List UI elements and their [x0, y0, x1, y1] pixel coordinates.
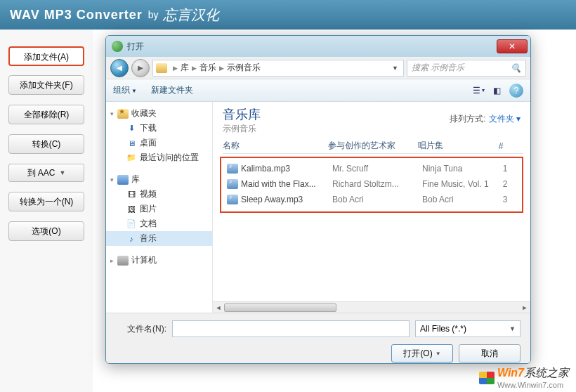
sort-dropdown[interactable]: 文件夹 ▾: [489, 113, 521, 125]
app-title: WAV MP3 Converter: [10, 8, 143, 22]
download-icon: ⬇: [126, 124, 137, 133]
tree-computer[interactable]: ▸ 计算机: [106, 253, 212, 268]
new-folder-button[interactable]: 新建文件夹: [151, 84, 193, 96]
expand-icon: ▸: [110, 257, 117, 264]
scroll-thumb[interactable]: [224, 303, 336, 312]
search-icon: 🔍: [511, 63, 521, 73]
format-value: 到 AAC: [27, 167, 55, 179]
library-icon: [117, 175, 129, 185]
dialog-navbar: ◄ ► ▶ 库 ▶ 音乐 ▶ 示例音乐 ▼ 搜索 示例音乐 🔍: [106, 57, 530, 79]
file-row[interactable]: Maid with the Flax... Richard Stoltzm...…: [224, 176, 519, 192]
format-dropdown[interactable]: 到 AAC ▼: [8, 164, 84, 182]
audio-file-icon: [227, 195, 238, 204]
options-button[interactable]: 选项(O): [8, 221, 84, 241]
view-mode-button[interactable]: ☰▾: [470, 83, 487, 98]
sidebar: 添加文件(A) 添加文件夹(F) 全部移除(R) 转换(C) 到 AAC ▼ 转…: [0, 30, 93, 392]
tree-favorites[interactable]: ▾ 收藏夹: [106, 106, 212, 121]
file-row[interactable]: Kalimba.mp3 Mr. Scruff Ninja Tuna 1: [224, 161, 519, 176]
tree-item-pictures[interactable]: 🖼图片: [106, 202, 212, 216]
tree-item-recent[interactable]: 📁最近访问的位置: [106, 150, 212, 165]
picture-icon: 🖼: [126, 204, 137, 214]
convert-one-button[interactable]: 转换为一个(N): [8, 192, 84, 211]
breadcrumb[interactable]: ▶ 库 ▶ 音乐 ▶ 示例音乐 ▼: [152, 60, 404, 77]
convert-button[interactable]: 转换(C): [8, 134, 84, 154]
collapse-icon: ▾: [110, 176, 117, 183]
tree-item-documents[interactable]: 📄文档: [106, 216, 212, 231]
dialog-footer: 文件名(N): All Files (*.*) ▼ 打开(O)▼ 取消: [106, 313, 530, 363]
tree-libraries[interactable]: ▾ 库: [106, 172, 212, 187]
folder-tree: ▾ 收藏夹 ⬇下载 🖥桌面 📁最近访问的位置 ▾ 库 🎞视频 🖼图片 📄文档 ♪…: [106, 102, 213, 313]
library-title: 音乐库: [223, 106, 261, 123]
desktop-icon: 🖥: [126, 138, 137, 148]
app-header: WAV MP3 Converter by 忘言汉化: [0, 0, 576, 30]
watermark: Win7系统之家 Www.Winwin7.com: [479, 366, 569, 389]
by-text: by: [148, 9, 159, 20]
breadcrumb-item[interactable]: 示例音乐: [227, 62, 261, 74]
tree-item-music[interactable]: ♪音乐: [106, 231, 212, 246]
filename-input[interactable]: [172, 320, 410, 337]
search-placeholder: 搜索 示例音乐: [412, 62, 464, 74]
music-icon: ♪: [126, 234, 137, 244]
filename-label: 文件名(N):: [116, 323, 166, 335]
video-icon: 🎞: [126, 190, 137, 200]
file-row[interactable]: Sleep Away.mp3 Bob Acri Bob Acri 3: [224, 192, 519, 207]
scroll-right-icon[interactable]: ►: [519, 302, 530, 313]
back-button[interactable]: ◄: [110, 59, 129, 77]
breadcrumb-item[interactable]: 库: [181, 62, 189, 74]
dialog-title: 打开: [127, 41, 497, 53]
tree-item-desktop[interactable]: 🖥桌面: [106, 136, 212, 150]
collapse-icon: ▾: [110, 110, 117, 117]
add-folder-button[interactable]: 添加文件夹(F): [8, 75, 84, 95]
star-icon: [117, 109, 129, 119]
recent-icon: 📁: [126, 153, 137, 163]
document-icon: 📄: [126, 219, 137, 229]
col-name[interactable]: 名称: [223, 140, 328, 152]
col-artist[interactable]: 参与创作的艺术家: [328, 140, 418, 152]
chevron-right-icon: ▶: [173, 65, 178, 72]
dialog-icon: [112, 41, 123, 52]
remove-all-button[interactable]: 全部移除(R): [8, 105, 84, 124]
chevron-down-icon: ▾: [482, 87, 485, 93]
column-headers[interactable]: 名称 参与创作的艺术家 唱片集 #: [223, 138, 523, 154]
audio-file-icon: [227, 164, 238, 174]
chevron-down-icon: ▼: [60, 169, 66, 176]
chevron-down-icon: ▾: [516, 114, 521, 124]
audio-file-icon: [227, 179, 238, 189]
dialog-body: ▾ 收藏夹 ⬇下载 🖥桌面 📁最近访问的位置 ▾ 库 🎞视频 🖼图片 📄文档 ♪…: [106, 102, 530, 313]
chevron-right-icon: ▶: [219, 65, 224, 72]
search-input[interactable]: 搜索 示例音乐 🔍: [407, 60, 526, 77]
horizontal-scrollbar[interactable]: ◄ ►: [213, 301, 530, 313]
chevron-right-icon: ▶: [192, 65, 197, 72]
col-album[interactable]: 唱片集: [418, 140, 494, 152]
dialog-toolbar: 组织▼ 新建文件夹 ☰▾ ◧ ?: [106, 79, 530, 102]
tree-item-downloads[interactable]: ⬇下载: [106, 121, 212, 136]
brand-text: 忘言汉化: [163, 6, 219, 25]
windows-logo-icon: [479, 372, 495, 384]
open-button[interactable]: 打开(O)▼: [391, 344, 453, 362]
chevron-down-icon: ▼: [436, 351, 441, 357]
breadcrumb-item[interactable]: 音乐: [199, 62, 216, 74]
library-subtitle: 示例音乐: [223, 123, 256, 135]
cancel-button[interactable]: 取消: [459, 344, 521, 362]
organize-menu[interactable]: 组织▼: [113, 84, 137, 96]
folder-icon: [156, 63, 167, 73]
dialog-titlebar[interactable]: 打开 ✕: [106, 36, 530, 57]
chevron-down-icon: ▼: [131, 88, 137, 94]
add-file-button[interactable]: 添加文件(A): [8, 46, 84, 66]
open-dialog: 打开 ✕ ◄ ► ▶ 库 ▶ 音乐 ▶ 示例音乐 ▼ 搜索 示例音乐 🔍 组织▼…: [105, 35, 531, 364]
file-list: 音乐库 示例音乐 排列方式: 文件夹 ▾ 名称 参与创作的艺术家 唱片集 # K…: [213, 102, 530, 313]
chevron-down-icon: ▼: [509, 325, 516, 332]
help-button[interactable]: ?: [509, 84, 523, 98]
sort-by: 排列方式: 文件夹 ▾: [450, 113, 521, 125]
close-button[interactable]: ✕: [497, 39, 528, 53]
preview-pane-button[interactable]: ◧: [488, 83, 505, 98]
file-rows-highlight: Kalimba.mp3 Mr. Scruff Ninja Tuna 1 Maid…: [220, 157, 523, 213]
scroll-left-icon[interactable]: ◄: [213, 302, 224, 313]
breadcrumb-dropdown[interactable]: ▼: [390, 65, 400, 72]
filetype-dropdown[interactable]: All Files (*.*) ▼: [415, 320, 521, 337]
forward-button[interactable]: ►: [131, 59, 150, 77]
col-track[interactable]: #: [494, 141, 508, 151]
tree-item-videos[interactable]: 🎞视频: [106, 187, 212, 202]
computer-icon: [117, 256, 129, 266]
